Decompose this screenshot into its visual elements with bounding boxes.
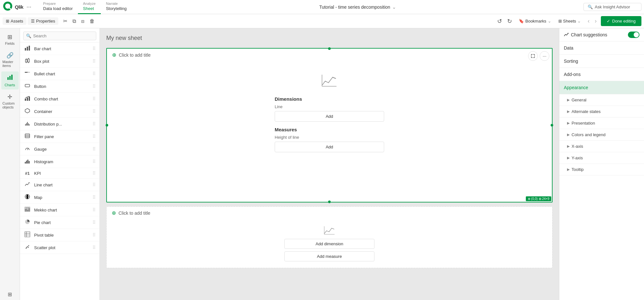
drag-handle[interactable]: ⠿ xyxy=(92,245,96,250)
insight-advisor-button[interactable]: 🔍 Ask Insight Advisor xyxy=(583,3,641,11)
chart-item-pie-chart[interactable]: Pie chart ⠿ xyxy=(20,216,99,229)
chart-ctrl-more[interactable]: ··· xyxy=(540,51,549,61)
rp-subsection-alternate-states[interactable]: ▶ Alternate states xyxy=(559,106,644,117)
title-chevron[interactable]: ⌄ xyxy=(392,5,396,10)
click-to-add-title-2[interactable]: Click to add title xyxy=(118,211,150,216)
drag-handle[interactable]: ⠿ xyxy=(92,109,96,114)
svg-rect-21 xyxy=(29,97,30,101)
click-to-add-title-1[interactable]: Click to add title xyxy=(119,52,151,58)
sidebar-item-master-items[interactable]: 🔗 Master items xyxy=(1,49,19,70)
chart-item-gauge[interactable]: Gauge ⠿ xyxy=(20,143,99,155)
rp-subsection-x-axis[interactable]: ▶ X-axis xyxy=(559,141,644,152)
chart-item-histogram[interactable]: Histogram ⠿ xyxy=(20,155,99,168)
chart-canvas-1[interactable]: ⊕ Click to add title ··· xyxy=(106,48,553,202)
rp-section-data[interactable]: Data xyxy=(559,42,644,55)
drag-handle[interactable]: ⠿ xyxy=(92,46,96,51)
rp-subsection-tooltip[interactable]: ▶ Tooltip xyxy=(559,164,644,175)
properties-button[interactable]: ☰ Properties xyxy=(28,17,58,25)
assets-button[interactable]: ⊞ Assets xyxy=(3,17,26,25)
sheets-button[interactable]: ⊞ Sheets ⌄ xyxy=(556,17,583,25)
resize-handle-top[interactable] xyxy=(328,47,331,50)
prev-sheet-button[interactable]: ‹ xyxy=(585,16,592,26)
drag-handle[interactable]: ⠿ xyxy=(92,59,96,64)
rp-subsection-y-axis[interactable]: ▶ Y-axis xyxy=(559,152,644,164)
paste-button[interactable]: ⧇ xyxy=(79,17,87,26)
drag-handle[interactable]: ⠿ xyxy=(92,71,96,76)
chart-item-kpi[interactable]: #1 KPI ⠿ xyxy=(20,168,99,179)
chart-ctrl-size[interactable] xyxy=(528,51,538,61)
svg-rect-40 xyxy=(25,209,27,211)
chart-suggestions-toggle[interactable] xyxy=(628,32,639,38)
fields-icon: ⊞ xyxy=(7,33,12,41)
sidebar-item-charts[interactable]: Charts xyxy=(1,71,19,89)
drag-handle[interactable]: ⠿ xyxy=(92,220,96,225)
drag-handle[interactable]: ⠿ xyxy=(92,159,96,164)
chart-item-container[interactable]: Container ⠿ xyxy=(20,105,99,118)
rp-section-appearance[interactable]: Appearance xyxy=(559,81,644,94)
chart-item-pivot-table[interactable]: Pivot table ⠿ xyxy=(20,229,99,241)
rp-subsection-presentation[interactable]: ▶ Presentation xyxy=(559,117,644,129)
add-dimension-button-2[interactable]: Add dimension xyxy=(284,239,374,249)
add-dimension-button[interactable]: Add xyxy=(275,111,384,122)
tab-prepare[interactable]: Prepare Data load editor xyxy=(38,0,78,14)
drag-handle[interactable]: ⠿ xyxy=(92,182,96,187)
bookmarks-button[interactable]: 🔖 Bookmarks ⌄ xyxy=(516,17,554,25)
more-options-button[interactable]: ··· xyxy=(25,3,33,11)
chart-item-bullet-chart[interactable]: Bullet chart ⠿ xyxy=(20,68,99,80)
custom-objects-icon: ✛ xyxy=(7,93,12,100)
resize-handle-bottom[interactable] xyxy=(328,201,331,203)
map-icon xyxy=(24,194,31,201)
chart-item-box-plot[interactable]: Box plot ⠿ xyxy=(20,55,99,68)
next-sheet-button[interactable]: › xyxy=(592,16,599,26)
tab-analyze[interactable]: Analyze Sheet xyxy=(78,0,101,14)
delete-button[interactable]: 🗑 xyxy=(87,17,97,26)
drag-handle[interactable]: ⠿ xyxy=(92,207,96,212)
copy-button[interactable]: ⧉ xyxy=(70,17,78,26)
sidebar-item-bottom[interactable]: ⊞ xyxy=(1,289,19,300)
chevron-icon: ▶ xyxy=(567,156,570,160)
chart-item-filter-pane[interactable]: Filter pane ⠿ xyxy=(20,130,99,143)
chart-item-line-chart[interactable]: Line chart ⠿ xyxy=(20,179,99,191)
rp-subsection-colors-and-legend[interactable]: ▶ Colors and legend xyxy=(559,129,644,141)
drag-handle[interactable]: ⠿ xyxy=(92,232,96,238)
done-editing-button[interactable]: ✓ Done editing xyxy=(601,16,641,26)
redo-button[interactable]: ↻ xyxy=(505,16,514,26)
cut-button[interactable]: ✂ xyxy=(61,16,70,26)
chart-body-2: Add dimension Add measure xyxy=(107,219,552,268)
chart-item-distribution-p[interactable]: Distribution p... ⠿ xyxy=(20,118,99,130)
drag-handle[interactable]: ⠿ xyxy=(92,121,96,127)
drag-handle[interactable]: ⠿ xyxy=(92,171,96,176)
chart-canvas-2[interactable]: ⊕ Click to add title Add dimension Add m… xyxy=(106,206,553,268)
qlik-text: Qlik xyxy=(15,4,23,10)
sheets-chevron: ⌄ xyxy=(577,19,581,23)
sidebar-item-fields[interactable]: ⊞ Fields xyxy=(1,31,19,48)
drag-handle[interactable]: ⠿ xyxy=(92,134,96,139)
add-measure-button-2[interactable]: Add measure xyxy=(284,251,374,261)
undo-button[interactable]: ↺ xyxy=(495,16,504,26)
resize-handle-left[interactable] xyxy=(106,124,108,127)
chart-item-map[interactable]: Map ⠿ xyxy=(20,191,99,204)
svg-rect-8 xyxy=(29,46,30,51)
chart-item-bar-chart[interactable]: Bar chart ⠿ xyxy=(20,42,99,55)
chart-item-combo-chart[interactable]: Combo chart ⠿ xyxy=(20,93,99,105)
rp-section-sorting[interactable]: Sorting xyxy=(559,55,644,68)
chart-item-button[interactable]: Button ⠿ xyxy=(20,80,99,93)
drag-handle[interactable]: ⠿ xyxy=(92,96,96,101)
tab-narrate[interactable]: Narrate Storytelling xyxy=(101,0,132,14)
undo-redo-group: ↺ ↻ xyxy=(495,16,514,26)
chart-item-mekko-chart[interactable]: Mekko chart ⠿ xyxy=(20,204,99,216)
charts-search-input[interactable] xyxy=(33,33,93,38)
chart-item-scatter-plot[interactable]: Scatter plot ⠿ xyxy=(20,241,99,254)
add-measure-button[interactable]: Add xyxy=(275,142,384,152)
gauge-icon xyxy=(24,145,31,153)
top-navigation-bar: Qlik ··· Prepare Data load editor Analyz… xyxy=(0,0,644,14)
drag-handle[interactable]: ⠿ xyxy=(92,84,96,89)
kpi-icon: #1 xyxy=(24,171,31,176)
drag-handle[interactable]: ⠿ xyxy=(92,195,96,200)
resize-handle-right[interactable] xyxy=(551,124,553,127)
drag-handle[interactable]: ⠿ xyxy=(92,146,96,152)
rp-subsection-general[interactable]: ▶ General xyxy=(559,94,644,106)
svg-rect-44 xyxy=(29,209,30,211)
sidebar-item-custom-objects[interactable]: ✛ Custom objects xyxy=(1,91,19,112)
rp-section-addons[interactable]: Add-ons xyxy=(559,68,644,81)
